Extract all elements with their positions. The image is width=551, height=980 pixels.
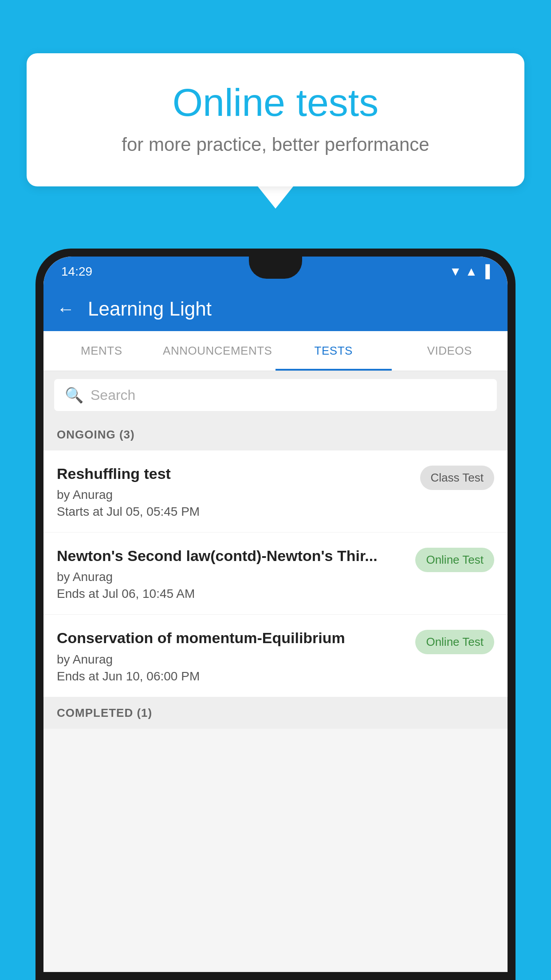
class-test-badge: Class Test xyxy=(420,466,494,490)
test-time: Ends at Jun 10, 06:00 PM xyxy=(57,669,406,684)
app-bar: ← Learning Light xyxy=(43,287,508,331)
search-input-wrapper[interactable]: 🔍 Search xyxy=(54,379,497,411)
search-input[interactable]: Search xyxy=(91,387,135,403)
online-test-badge-2: Online Test xyxy=(415,630,494,654)
app-bar-title: Learning Light xyxy=(88,298,212,320)
tab-videos[interactable]: VIDEOS xyxy=(392,331,508,371)
battery-icon: ▐ xyxy=(481,265,490,279)
test-item[interactable]: Reshuffling test by Anurag Starts at Jul… xyxy=(43,450,508,533)
tab-announcements[interactable]: ANNOUNCEMENTS xyxy=(160,331,276,371)
test-info: Newton's Second law(contd)-Newton's Thir… xyxy=(57,546,406,601)
phone-notch xyxy=(249,257,302,279)
search-container: 🔍 Search xyxy=(43,371,508,419)
test-title: Newton's Second law(contd)-Newton's Thir… xyxy=(57,546,406,565)
test-author: by Anurag xyxy=(57,488,411,502)
test-time: Ends at Jul 06, 10:45 AM xyxy=(57,587,406,601)
back-button[interactable]: ← xyxy=(57,299,75,319)
status-icons: ▼ ▲ ▐ xyxy=(449,265,490,279)
phone-frame: 14:29 ▼ ▲ ▐ ← Learning Light MENTS ANNOU… xyxy=(35,249,516,980)
completed-section-header: COMPLETED (1) xyxy=(43,697,508,729)
test-title: Reshuffling test xyxy=(57,464,411,483)
speech-bubble: Online tests for more practice, better p… xyxy=(27,53,524,186)
test-list: Reshuffling test by Anurag Starts at Jul… xyxy=(43,450,508,697)
test-author: by Anurag xyxy=(57,570,406,584)
signal-icon: ▲ xyxy=(465,265,477,279)
test-title: Conservation of momentum-Equilibrium xyxy=(57,628,406,648)
test-info: Conservation of momentum-Equilibrium by … xyxy=(57,628,406,683)
online-test-badge: Online Test xyxy=(415,548,494,572)
tabs-bar: MENTS ANNOUNCEMENTS TESTS VIDEOS xyxy=(43,331,508,371)
ongoing-section-header: ONGOING (3) xyxy=(43,419,508,450)
tab-tests[interactable]: TESTS xyxy=(276,331,392,371)
test-time: Starts at Jul 05, 05:45 PM xyxy=(57,505,411,519)
test-item[interactable]: Conservation of momentum-Equilibrium by … xyxy=(43,615,508,697)
search-icon: 🔍 xyxy=(65,386,83,404)
tab-ments[interactable]: MENTS xyxy=(43,331,160,371)
test-info: Reshuffling test by Anurag Starts at Jul… xyxy=(57,464,411,519)
status-time: 14:29 xyxy=(61,265,92,279)
test-item[interactable]: Newton's Second law(contd)-Newton's Thir… xyxy=(43,533,508,615)
speech-bubble-subtitle: for more practice, better performance xyxy=(62,134,489,155)
wifi-icon: ▼ xyxy=(449,265,462,279)
test-author: by Anurag xyxy=(57,652,406,667)
phone-inner: 14:29 ▼ ▲ ▐ ← Learning Light MENTS ANNOU… xyxy=(43,257,508,972)
speech-bubble-container: Online tests for more practice, better p… xyxy=(27,53,524,209)
speech-bubble-title: Online tests xyxy=(62,80,489,125)
speech-bubble-arrow xyxy=(258,186,293,209)
